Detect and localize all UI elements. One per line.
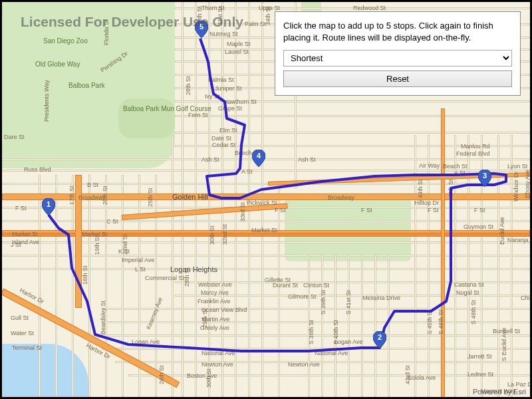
- label-greely: Greely Ave: [200, 325, 229, 331]
- road: [102, 321, 530, 323]
- road: [55, 175, 57, 397]
- stop-number: 2: [373, 333, 386, 341]
- road: [175, 115, 530, 117]
- road: [122, 175, 124, 397]
- park-golf: [118, 98, 175, 138]
- stop-number: 4: [252, 152, 265, 160]
- label-28th2: 28th St: [184, 267, 190, 287]
- label-28th: 28th St: [185, 76, 192, 95]
- stop-number: 3: [478, 172, 491, 180]
- road: [374, 255, 376, 397]
- road: [88, 175, 90, 397]
- road: [102, 308, 530, 310]
- highway-47: [441, 108, 445, 399]
- road: [172, 135, 174, 397]
- road: [428, 135, 430, 397]
- label-jarrett: Jarrett St: [467, 353, 492, 360]
- road: [102, 348, 530, 350]
- road: [175, 295, 530, 297]
- control-panel: Click the map to add up to 5 stops. Clic…: [275, 11, 521, 96]
- highway-v1: [75, 175, 82, 308]
- road: [128, 374, 530, 376]
- road: [155, 175, 157, 397]
- road: [348, 255, 350, 397]
- water-harbor: [2, 344, 88, 397]
- stop-marker-2[interactable]: 2: [373, 331, 386, 348]
- road: [72, 175, 74, 397]
- park-goldenhill: [285, 195, 411, 261]
- road: [102, 334, 530, 336]
- park-label-balboa: Balboa Park: [68, 82, 104, 89]
- label-maple: Maple St: [227, 41, 251, 47]
- road: [39, 175, 41, 397]
- road: [388, 255, 390, 397]
- road: [361, 255, 363, 397]
- label-federal: Federal Blvd: [456, 150, 490, 157]
- route-type-select[interactable]: Shortest: [283, 50, 512, 66]
- road: [175, 132, 530, 134]
- label-29th2: 29th St: [201, 309, 208, 328]
- reset-button[interactable]: Reset: [283, 70, 512, 87]
- road: [454, 135, 456, 397]
- park-label-zoo: San Diego Zoo: [43, 37, 88, 45]
- road: [175, 100, 530, 102]
- label-franklin: Franklin Ave: [198, 298, 230, 305]
- stop-number: 1: [42, 200, 55, 208]
- label-commercial: Commercial St: [145, 275, 184, 281]
- stop-marker-4[interactable]: 4: [252, 150, 265, 167]
- stop-marker-3[interactable]: 3: [478, 170, 491, 187]
- label-national: National Ave: [201, 350, 235, 356]
- road: [308, 255, 310, 397]
- instructions-text: Click the map to add up to 5 stops. Clic…: [283, 20, 512, 43]
- label-seuclid: S Euclid Ave: [501, 328, 507, 361]
- label-gull: Gull St: [11, 315, 29, 321]
- road: [278, 188, 280, 397]
- road: [334, 255, 336, 397]
- road: [105, 175, 107, 397]
- stop-marker-5[interactable]: 5: [195, 21, 208, 38]
- road: [414, 135, 416, 397]
- road: [2, 170, 530, 172]
- label-hilltop: Hilltop Dr: [414, 200, 439, 206]
- park-label-globe: Old Globe Way: [35, 61, 80, 68]
- road: [175, 145, 530, 147]
- label-ivy: Ivy St: [205, 93, 220, 100]
- park-label-golf: Balboa Park Mun Golf Course: [123, 105, 211, 112]
- map-container[interactable]: 1 2 3 4 5 San Diego Zoo Old Globe Way Ba…: [0, 0, 532, 399]
- stop-marker-1[interactable]: 1: [42, 198, 55, 215]
- road: [2, 158, 530, 160]
- attribution-text: Powered by Esri: [473, 388, 526, 396]
- label-water: Water St: [11, 330, 34, 336]
- road: [175, 281, 530, 283]
- road: [175, 7, 530, 9]
- label-k: K St: [118, 248, 130, 255]
- label-19th: 19th St: [94, 235, 100, 255]
- stop-number: 5: [195, 23, 208, 31]
- label-national2: National Ave: [315, 350, 348, 356]
- road: [321, 255, 323, 397]
